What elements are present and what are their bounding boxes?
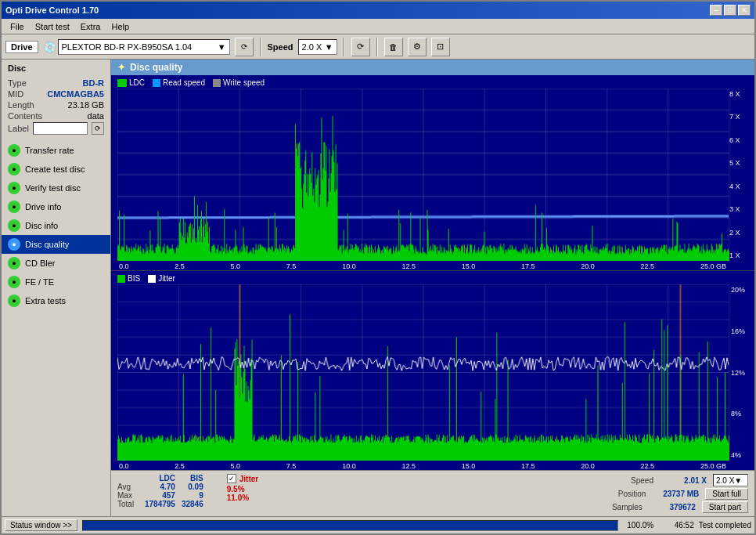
disc-info-panel: Type BD-R MID CMCMAGBA5 Length 23.18 GB …: [2, 75, 110, 139]
drive-dropdown[interactable]: PLEXTOR BD-R PX-B950SA 1.04 ▼: [58, 39, 230, 55]
samples-val: 379672: [649, 503, 696, 512]
jitter-max-row: 11.0%: [227, 493, 258, 502]
legend-write-speed-label: Write speed: [223, 78, 265, 87]
speed-input-box[interactable]: 2.0 X ▼: [713, 474, 748, 486]
bottom-y-right-label: 16%: [731, 327, 750, 335]
status-window-button[interactable]: Status window >>: [5, 519, 77, 531]
fullscreen-button[interactable]: ⊡: [431, 38, 450, 56]
extra-tests-icon: ●: [8, 295, 20, 307]
top-y-axis: 8 X7 X6 X5 X4 X3 X2 X1 X: [728, 89, 750, 261]
jitter-checkbox[interactable]: ✓: [227, 474, 236, 483]
minimize-button[interactable]: ─: [710, 5, 722, 16]
sidebar-item-transfer-rate[interactable]: ●Transfer rate: [2, 141, 110, 160]
disc-length-val: 23.18 GB: [68, 100, 104, 110]
settings-button[interactable]: ⚙: [408, 38, 427, 56]
top-x-label: 5.0: [231, 262, 241, 270]
bottom-x-label: 25.0 GB: [700, 462, 726, 470]
chevron-down-icon: ▼: [218, 42, 226, 52]
bottom-y-right-label: 8%: [731, 410, 750, 418]
separator-2: [344, 38, 345, 56]
speed-value: 2.0 X: [302, 42, 322, 52]
panel-title-icon: ✦: [117, 62, 125, 73]
title-bar-buttons: ─ □ ✕: [710, 5, 751, 16]
top-x-label: 12.5: [401, 262, 416, 270]
window-title: Opti Drive Control 1.70: [5, 5, 99, 15]
bottom-x-label: 22.5: [641, 462, 655, 470]
top-y-label: 1 X: [729, 251, 748, 259]
status-percent: 100.0%: [623, 521, 658, 530]
drive-reload-button[interactable]: ⟳: [235, 38, 254, 56]
speed-select[interactable]: 2.0 X ▼: [298, 39, 337, 55]
stats-header-row: LDC BIS: [117, 474, 203, 483]
sidebar-item-cd-bler[interactable]: ●CD Bler: [2, 254, 110, 273]
stats-max-row: Max 457 9: [117, 491, 203, 500]
top-x-axis: 0.02.55.07.510.012.515.017.520.022.525.0…: [117, 262, 751, 270]
stats-bis-total: 32846: [182, 500, 203, 508]
sidebar-item-label-fe-te: FE / TE: [25, 277, 54, 287]
sidebar-item-disc-info[interactable]: ●Disc info: [2, 216, 110, 235]
bottom-x-label: 2.5: [175, 462, 185, 470]
top-x-label: 25.0 GB: [700, 262, 726, 270]
menu-start-test[interactable]: Start test: [31, 21, 74, 32]
top-chart-body: 8 X7 X6 X5 X4 X3 X2 X1 X: [117, 89, 751, 261]
legend-bis-label: BIS: [128, 274, 140, 283]
sidebar-item-drive-info[interactable]: ●Drive info: [2, 197, 110, 216]
sidebar-item-disc-quality[interactable]: ●Disc quality: [2, 235, 110, 254]
disc-type-label: Type: [8, 78, 27, 88]
jitter-avg-row: 9.5%: [227, 485, 258, 493]
close-button[interactable]: ✕: [738, 5, 751, 16]
top-x-label: 20.0: [581, 262, 595, 270]
legend-ldc: LDC: [117, 78, 145, 87]
bottom-y-right-label: 4%: [731, 451, 750, 459]
sidebar-item-verify-test-disc[interactable]: ●Verify test disc: [2, 179, 110, 197]
stats-ldc-avg: 4.70: [145, 483, 182, 491]
status-time: 46:52: [663, 521, 694, 530]
start-part-button[interactable]: Start part: [702, 501, 748, 513]
sidebar-item-create-test-disc[interactable]: ●Create test disc: [2, 160, 110, 179]
panel-title-text: Disc quality: [130, 62, 182, 73]
bis-color-swatch: [117, 275, 125, 283]
sidebar-item-fe-te[interactable]: ●FE / TE: [2, 273, 110, 291]
sidebar-item-label-extra-tests: Extra tests: [25, 296, 66, 305]
verify-test-disc-icon: ●: [8, 182, 20, 194]
top-chart-legend: LDC Read speed Write speed: [117, 78, 751, 87]
top-chart-container: LDC Read speed Write speed 8 X: [111, 75, 754, 270]
disc-length-label: Length: [8, 100, 34, 110]
position-val: 23737 MB: [652, 490, 699, 498]
refresh-button[interactable]: ⟳: [351, 38, 370, 56]
jitter-max-val: 11.0%: [227, 493, 249, 502]
bottom-chart-body: 20%16%12%8%4%: [117, 284, 751, 461]
stats-total-label: Total: [117, 500, 145, 508]
stats-total-row: Total 1784795 32846: [117, 500, 203, 508]
bottom-chart-canvas: [117, 284, 729, 461]
stats-avg-label: Avg: [117, 483, 145, 491]
speed-row: Speed 2.01 X 2.0 X ▼: [610, 474, 748, 486]
legend-read-speed: Read speed: [153, 78, 205, 87]
legend-bis: BIS: [117, 274, 140, 283]
disc-label-refresh-button[interactable]: ⟳: [92, 122, 104, 135]
sidebar-item-extra-tests[interactable]: ●Extra tests: [2, 291, 110, 310]
menu-help[interactable]: Help: [106, 21, 134, 32]
top-y-label: 4 X: [729, 183, 748, 190]
start-full-button[interactable]: Start full: [705, 488, 748, 500]
read-speed-color-swatch: [153, 79, 160, 87]
legend-read-speed-label: Read speed: [163, 78, 205, 87]
position-label: Position: [603, 490, 646, 498]
menu-extra[interactable]: Extra: [76, 21, 106, 32]
sidebar-item-label-verify-test-disc: Verify test disc: [25, 183, 81, 193]
bottom-y-right-label: 12%: [731, 369, 750, 377]
bottom-chart-legend: BIS Jitter: [117, 274, 751, 283]
charts-area: LDC Read speed Write speed 8 X: [111, 75, 754, 470]
bottom-chart-container: BIS Jitter 20%16%12%8%4% 0.02.55.07.510.…: [111, 270, 754, 470]
disc-mid-val: CMCMAGBA5: [47, 89, 104, 99]
bottom-x-label: 5.0: [231, 462, 241, 470]
menu-file[interactable]: File: [5, 21, 29, 32]
disc-type-val: BD-R: [83, 78, 105, 88]
bottom-x-label: 15.0: [462, 462, 476, 470]
erase-button[interactable]: 🗑: [384, 38, 403, 56]
disc-label-input[interactable]: [33, 122, 88, 135]
disc-label-label: Label: [8, 124, 29, 133]
maximize-button[interactable]: □: [724, 5, 736, 16]
menu-bar: File Start test Extra Help: [2, 19, 754, 34]
main-content: Disc Type BD-R MID CMCMAGBA5 Length 23.1…: [2, 60, 754, 516]
